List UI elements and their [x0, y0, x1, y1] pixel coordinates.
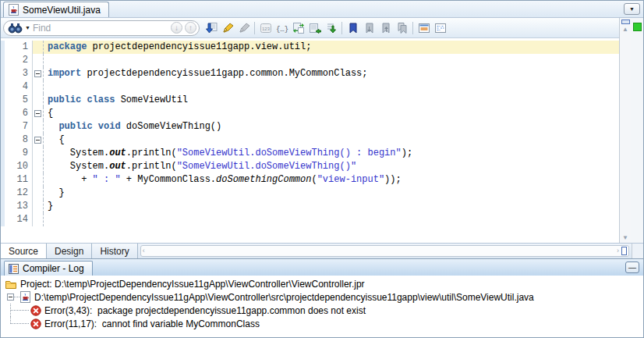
tab-history[interactable]: History	[92, 244, 137, 258]
line-number: 9	[5, 147, 33, 160]
find-options-dropdown-icon[interactable]: ▼	[25, 25, 30, 30]
tab-design[interactable]: Design	[47, 244, 92, 258]
line-number: 8	[5, 133, 33, 147]
indent-icon[interactable]	[306, 20, 323, 36]
error-icon	[30, 318, 41, 329]
fold-margin	[33, 67, 44, 80]
svg-text:{…}: {…}	[276, 25, 288, 33]
code-text: {	[44, 107, 619, 120]
fold-margin	[33, 160, 44, 173]
tree-connector	[10, 304, 30, 317]
code-line[interactable]: 13}	[1, 200, 619, 213]
code-line[interactable]: 9 System.out.println("SomeViewUtil.doSom…	[1, 147, 619, 160]
code-text: System.out.println("SomeViewUtil.doSomeV…	[44, 160, 619, 173]
code-text: }	[44, 200, 619, 213]
compiler-log-tab-label: Compiler - Log	[23, 263, 84, 274]
svg-text:123: 123	[261, 26, 270, 30]
code-text: {	[44, 133, 619, 147]
editor-horizontal-scrollbar[interactable]: ‹ ›	[140, 245, 629, 257]
scroll-up-icon[interactable]: ▲	[621, 24, 631, 34]
fold-toggle[interactable]	[34, 70, 41, 77]
braces-icon[interactable]: {…}	[274, 20, 290, 36]
find-input[interactable]	[33, 23, 168, 34]
tree-connector	[10, 317, 30, 330]
code-editor[interactable]: 1package projectdependencyissue11gapp.vi…	[1, 38, 619, 243]
tree-connector	[14, 297, 19, 297]
number-list-icon[interactable]: 123	[257, 20, 274, 36]
previous-bookmark-icon[interactable]	[377, 20, 394, 36]
line-number: 1	[5, 41, 33, 54]
highlighter-icon[interactable]	[219, 20, 235, 36]
tab-source[interactable]: Source	[1, 244, 47, 258]
code-text	[44, 213, 619, 226]
editor-main-row: ▼ ↓ ↑ 123{…} 1package projectdependencyi…	[1, 18, 643, 243]
code-line[interactable]: 2	[1, 54, 619, 67]
fold-margin	[33, 54, 44, 67]
preview-window-icon[interactable]	[432, 20, 448, 36]
scroll-down-icon[interactable]: ▼	[621, 233, 631, 243]
tab-list-dropdown-button[interactable]: ▼	[624, 3, 640, 15]
code-status-column	[631, 18, 643, 243]
compiler-log-tab[interactable]: Compiler - Log	[4, 261, 93, 276]
editor-tab-label: SomeViewUtil.java	[23, 5, 101, 16]
code-line[interactable]: 12 }	[1, 187, 619, 200]
code-line[interactable]: 1package projectdependencyissue11gapp.vi…	[1, 41, 619, 54]
highlighter-disabled-icon[interactable]	[235, 20, 252, 36]
compiler-log-titlebar: Compiler - Log —	[1, 258, 643, 276]
tree-expander-icon[interactable]	[7, 294, 14, 301]
chevron-left-icon[interactable]: ‹	[143, 247, 145, 254]
log-row-text: Error(3,43): package projectdependencyis…	[41, 305, 366, 316]
tab-source-label: Source	[9, 246, 38, 257]
minimize-panel-button[interactable]: —	[625, 262, 639, 273]
log-row[interactable]: Project: D:\temp\ProjectDependencyIssue1…	[1, 277, 643, 290]
code-text	[44, 80, 619, 94]
code-line[interactable]: 10 System.out.println("SomeViewUtil.doSo…	[1, 160, 619, 173]
log-row[interactable]: Error(3,43): package projectdependencyis…	[1, 304, 643, 317]
chevron-right-icon[interactable]: ›	[617, 247, 619, 254]
code-line[interactable]: 11 + " : " + MyCommonClass.doSomethingCo…	[1, 173, 619, 187]
arrow-up-icon: ↑	[189, 24, 193, 32]
code-line[interactable]: 6{	[1, 107, 619, 120]
next-bookmark-icon[interactable]	[361, 20, 377, 36]
arrow-down-icon: ↓	[175, 24, 179, 32]
editor-view-tabs: Source Design History ‹ ›	[1, 243, 643, 258]
code-text: import projectdependencyissue11gapp.comm…	[44, 67, 619, 80]
java-file-icon	[8, 4, 19, 16]
tab-design-label: Design	[55, 246, 83, 257]
code-line[interactable]: 3import projectdependencyissue11gapp.com…	[1, 67, 619, 80]
toolbar-separator	[341, 22, 342, 34]
log-row[interactable]: D:\temp\ProjectDependencyIssue11gApp\Vie…	[1, 290, 643, 304]
bookmark-icon[interactable]	[345, 20, 361, 36]
find-previous-button[interactable]: ↑	[185, 22, 196, 34]
code-text: package projectdependencyissue11gapp.vie…	[44, 41, 619, 54]
clear-bookmarks-icon[interactable]	[394, 20, 410, 36]
search-arrow-icon[interactable]	[203, 20, 219, 36]
fold-margin	[33, 120, 44, 133]
compiler-log-body: Project: D:\temp\ProjectDependencyIssue1…	[1, 276, 643, 337]
jdeveloper-window: SomeViewUtil.java ▼ ▼ ↓ ↑ 123{…} 1packag…	[0, 0, 644, 338]
code-line[interactable]: 8 {	[1, 133, 619, 147]
fold-toggle[interactable]	[34, 137, 41, 144]
code-line[interactable]: 4	[1, 80, 619, 94]
fold-margin	[33, 107, 44, 120]
editor-vertical-scrollbar[interactable]: ▲ ▼	[619, 18, 631, 243]
find-next-button[interactable]: ↓	[171, 22, 182, 34]
replace-icon[interactable]	[290, 20, 306, 36]
binoculars-icon[interactable]	[8, 23, 23, 34]
editor-tab-someviewutil[interactable]: SomeViewUtil.java	[3, 2, 109, 17]
goto-last-edit-icon[interactable]	[323, 20, 339, 36]
status-ok-indicator[interactable]	[633, 23, 642, 31]
code-line[interactable]: 7 public void doSomeViewThing()	[1, 120, 619, 133]
horizontal-scroll-thumb[interactable]	[621, 247, 627, 255]
code-text: }	[44, 187, 619, 200]
fold-margin	[33, 200, 44, 213]
code-line[interactable]: 5public class SomeViewUtil	[1, 94, 619, 107]
line-number: 5	[5, 94, 33, 107]
minimize-icon: —	[628, 264, 636, 272]
console-window-icon[interactable]	[416, 20, 432, 36]
log-row[interactable]: Error(11,17): cannot find variable MyCom…	[1, 317, 643, 330]
log-row-text: D:\temp\ProjectDependencyIssue11gApp\Vie…	[31, 292, 534, 303]
fold-toggle[interactable]	[34, 110, 41, 117]
code-line[interactable]: 14	[1, 213, 619, 226]
tab-history-label: History	[100, 246, 129, 257]
